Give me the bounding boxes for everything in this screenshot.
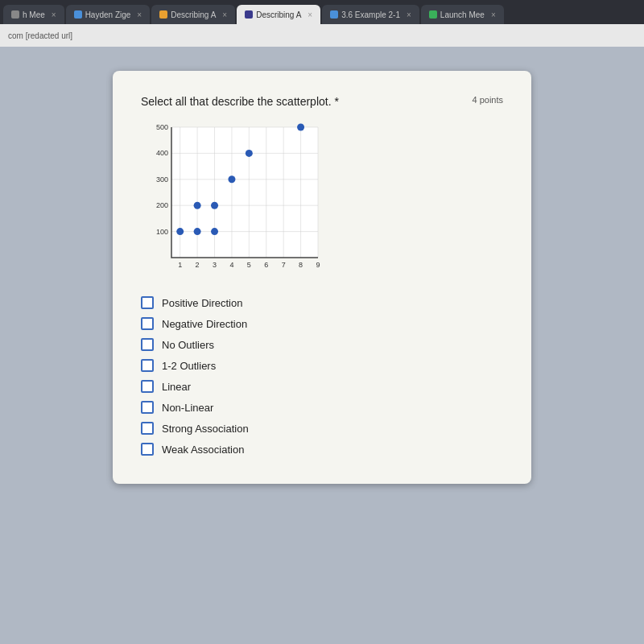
tab-describing-a2[interactable]: Describing A × <box>237 5 320 24</box>
option-non-linear[interactable]: Non-Linear <box>141 401 503 414</box>
scatterplot-container <box>141 119 503 280</box>
tab-label-describing2: Describing A <box>256 10 301 19</box>
option-linear[interactable]: Linear <box>141 380 503 393</box>
scatterplot-chart <box>141 119 326 280</box>
url-text: com [redacted url] <box>8 31 72 40</box>
tab-hayden[interactable]: Hayden Zige × <box>66 5 151 24</box>
tab-close-h-mee[interactable]: × <box>52 10 56 19</box>
checkbox-positive-direction[interactable] <box>141 296 154 309</box>
page-content: Select all that describe the scatterplot… <box>0 47 644 644</box>
checkbox-negative-direction[interactable] <box>141 317 154 330</box>
tab-label-example: 3.6 Example 2-1 <box>341 10 400 19</box>
tab-icon-launch <box>429 10 437 19</box>
tab-close-hayden[interactable]: × <box>137 10 142 19</box>
tab-label-describing1: Describing A <box>171 10 216 19</box>
browser-window: h Mee × Hayden Zige × Describing A × Des… <box>0 0 644 644</box>
checkbox-weak-association[interactable] <box>141 443 154 456</box>
tab-close-launch[interactable]: × <box>491 10 496 19</box>
option-weak-association[interactable]: Weak Association <box>141 443 503 456</box>
points-badge: 4 points <box>472 95 503 105</box>
options-list: Positive Direction Negative Direction No… <box>141 296 503 456</box>
tab-label-h-mee: h Mee <box>23 10 45 19</box>
tab-icon-describing1 <box>159 10 167 19</box>
tab-close-describing1[interactable]: × <box>222 10 227 19</box>
tab-example[interactable]: 3.6 Example 2-1 × <box>322 5 419 24</box>
option-no-outliers[interactable]: No Outliers <box>141 338 503 351</box>
label-weak-association: Weak Association <box>162 444 244 456</box>
tab-h-mee[interactable]: h Mee × <box>3 5 64 24</box>
checkbox-1-2-outliers[interactable] <box>141 359 154 372</box>
checkbox-non-linear[interactable] <box>141 401 154 414</box>
label-non-linear: Non-Linear <box>162 402 213 414</box>
checkbox-linear[interactable] <box>141 380 154 393</box>
tab-bar: h Mee × Hayden Zige × Describing A × Des… <box>0 0 644 24</box>
tab-describing-a1[interactable]: Describing A × <box>151 5 235 24</box>
tab-label-hayden: Hayden Zige <box>85 10 131 19</box>
label-linear: Linear <box>162 381 191 393</box>
tab-icon-hayden <box>74 10 82 19</box>
tab-label-launch: Launch Mee <box>440 10 485 19</box>
label-positive-direction: Positive Direction <box>162 297 242 309</box>
option-1-2-outliers[interactable]: 1-2 Outliers <box>141 359 503 372</box>
tab-icon-example <box>330 10 338 19</box>
option-negative-direction[interactable]: Negative Direction <box>141 317 503 330</box>
tab-icon-h-mee <box>11 10 19 19</box>
label-no-outliers: No Outliers <box>162 339 214 351</box>
checkbox-no-outliers[interactable] <box>141 338 154 351</box>
tab-launch[interactable]: Launch Mee × <box>421 5 504 24</box>
address-bar[interactable]: com [redacted url] <box>0 24 644 47</box>
tab-close-describing2[interactable]: × <box>308 10 312 19</box>
tab-close-example[interactable]: × <box>407 10 411 19</box>
tab-icon-describing2 <box>245 10 253 19</box>
question-text: Select all that describe the scatterplot… <box>141 95 503 108</box>
label-negative-direction: Negative Direction <box>162 318 247 330</box>
option-strong-association[interactable]: Strong Association <box>141 422 503 435</box>
label-strong-association: Strong Association <box>162 423 249 435</box>
question-card: Select all that describe the scatterplot… <box>113 71 531 484</box>
label-1-2-outliers: 1-2 Outliers <box>162 360 216 372</box>
option-positive-direction[interactable]: Positive Direction <box>141 296 503 309</box>
checkbox-strong-association[interactable] <box>141 422 154 435</box>
